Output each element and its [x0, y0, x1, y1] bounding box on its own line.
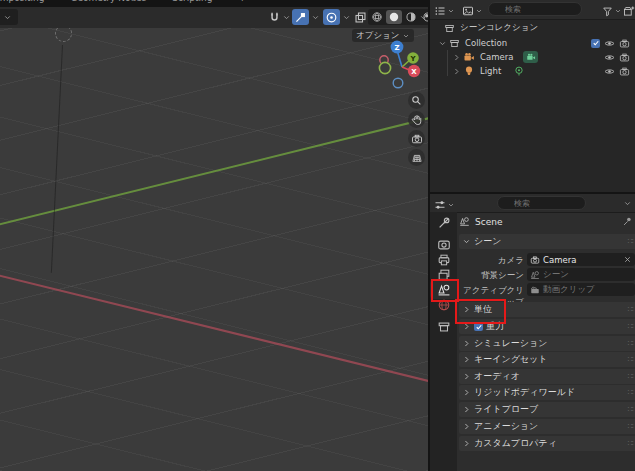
camera-data-badge[interactable] — [523, 51, 538, 63]
chevron-right-icon — [462, 422, 471, 431]
light-object-gizmo[interactable] — [55, 28, 72, 42]
tab-tool-icon[interactable] — [437, 216, 451, 230]
grip-icon[interactable] — [628, 237, 635, 246]
pan-button[interactable] — [408, 111, 425, 128]
check-icon — [592, 39, 600, 47]
gizmo-minus-y-axis[interactable] — [379, 62, 390, 73]
shading-wireframe-button[interactable] — [369, 10, 385, 24]
proportional-editing-button[interactable] — [323, 9, 340, 25]
scene-collection-icon — [444, 23, 455, 34]
grip-icon[interactable] — [628, 405, 635, 414]
snap-settings-chevron-icon[interactable] — [311, 13, 320, 22]
editor-type-button[interactable] — [432, 3, 457, 19]
perspective-toggle-button[interactable] — [408, 149, 425, 166]
chevron-right-icon — [462, 305, 471, 314]
chevron-right-icon — [462, 339, 471, 348]
light-data-icon[interactable] — [513, 65, 525, 77]
panel-audio-header[interactable]: オーディオ — [459, 369, 635, 384]
grip-icon[interactable] — [628, 439, 635, 448]
panel-simulation-header[interactable]: シミュレーション — [459, 336, 635, 351]
light-object-icon — [463, 65, 475, 77]
pin-icon[interactable] — [622, 216, 633, 227]
shading-dropdown-chevron-icon[interactable] — [419, 13, 428, 22]
panel-scene-header[interactable]: シーン — [459, 234, 635, 249]
disable-render-icon[interactable] — [619, 66, 630, 77]
panel-rigid-body-world-header[interactable]: リジッドボディワールド — [459, 385, 635, 400]
xray-toggle-button[interactable] — [352, 9, 369, 25]
outliner-row-light[interactable]: Light — [430, 64, 635, 78]
workspace-tabbar: Compositing Geometry Nodes Scripting + — [0, 0, 428, 7]
chevron-down-icon — [447, 7, 455, 15]
snap-toggle-button[interactable] — [266, 9, 293, 25]
panel-gravity-header[interactable]: 重力 — [459, 319, 635, 334]
panel-audio-title: オーディオ — [474, 370, 520, 383]
viewport-3d[interactable]: オプション Z Y X — [0, 28, 428, 471]
grip-icon[interactable] — [628, 422, 635, 431]
shading-solid-button[interactable] — [386, 10, 402, 24]
panel-light-probes-header[interactable]: ライトプローブ — [459, 402, 635, 417]
outliner-row-collection[interactable]: Collection — [430, 36, 635, 50]
editor-type-button[interactable] — [432, 197, 457, 213]
outliner-row-scene-collection[interactable]: シーンコレクション — [430, 21, 635, 35]
panel-units-title: 単位 — [474, 303, 492, 316]
panel-keying-sets-title: キーイングセット — [474, 353, 547, 366]
outliner-row-camera[interactable]: Camera — [430, 50, 635, 64]
camera-field[interactable]: Camera — [527, 253, 635, 266]
mode-dropdown-cut[interactable] — [0, 9, 18, 25]
bg-scene-placeholder: シーン — [543, 269, 569, 281]
tab-output-icon[interactable] — [437, 253, 451, 267]
light-drop-line — [51, 45, 63, 273]
panel-rigid-body-world-title: リジッドボディワールド — [474, 386, 575, 399]
collection-checkbox[interactable] — [591, 39, 600, 48]
hide-eye-icon[interactable] — [604, 66, 615, 77]
tab-scene-icon[interactable] — [437, 283, 451, 297]
background-scene-field[interactable]: シーン — [527, 268, 635, 281]
gizmo-minus-z-axis[interactable] — [393, 78, 403, 88]
camera-view-button[interactable] — [408, 130, 425, 147]
outliner-search-input[interactable] — [488, 2, 582, 16]
hide-eye-icon[interactable] — [604, 52, 615, 63]
active-clip-field[interactable]: 動画クリップ — [527, 283, 635, 296]
display-mode-button[interactable] — [460, 3, 485, 19]
new-collection-button[interactable] — [621, 3, 635, 19]
panel-animation-header[interactable]: アニメーション — [459, 419, 635, 434]
workspace-tab-scripting[interactable]: Scripting — [172, 0, 212, 3]
grip-icon[interactable] — [628, 305, 635, 314]
disable-render-icon[interactable] — [619, 38, 630, 49]
panel-custom-properties-header[interactable]: カスタムプロパティ — [459, 436, 635, 451]
snap-target-button[interactable] — [292, 9, 309, 25]
view-layer-icon — [462, 5, 474, 17]
navigation-gizmo[interactable]: Z Y X — [376, 38, 428, 92]
shading-material-button[interactable] — [403, 10, 419, 24]
zoom-button[interactable] — [408, 92, 425, 109]
tab-collection-icon[interactable] — [437, 320, 451, 334]
panel-units-header[interactable]: 単位 — [459, 302, 635, 317]
properties-options-chevron-icon[interactable] — [623, 199, 632, 208]
outliner-header — [430, 0, 635, 20]
hand-icon — [411, 114, 423, 126]
chevron-down-icon — [475, 7, 483, 15]
workspace-tab-geometry-nodes[interactable]: Geometry Nodes — [70, 0, 146, 3]
chevron-right-icon — [462, 355, 471, 364]
properties-header — [430, 194, 635, 213]
falloff-chevron-icon[interactable] — [342, 13, 351, 22]
camera-field-label: カメラ — [460, 255, 524, 267]
workspace-tab-compositing[interactable]: Compositing — [0, 0, 44, 3]
workspace-tab-add[interactable]: + — [238, 0, 246, 3]
gravity-checkbox[interactable] — [474, 322, 483, 331]
grip-icon[interactable] — [628, 322, 635, 331]
grip-icon[interactable] — [628, 372, 635, 381]
panel-keying-sets-header[interactable]: キーイングセット — [459, 352, 635, 367]
grip-icon[interactable] — [628, 339, 635, 348]
disable-render-icon[interactable] — [619, 52, 630, 63]
grip-icon[interactable] — [628, 388, 635, 397]
camera-object-icon — [463, 51, 475, 63]
panel-gravity-title: 重力 — [486, 320, 504, 333]
grip-icon[interactable] — [628, 355, 635, 364]
material-preview-icon — [405, 11, 417, 23]
tab-world-icon[interactable] — [437, 298, 451, 312]
hide-eye-icon[interactable] — [604, 38, 615, 49]
close-icon[interactable] — [623, 255, 632, 264]
properties-search-input[interactable] — [497, 196, 586, 210]
tab-render-icon[interactable] — [437, 238, 451, 252]
